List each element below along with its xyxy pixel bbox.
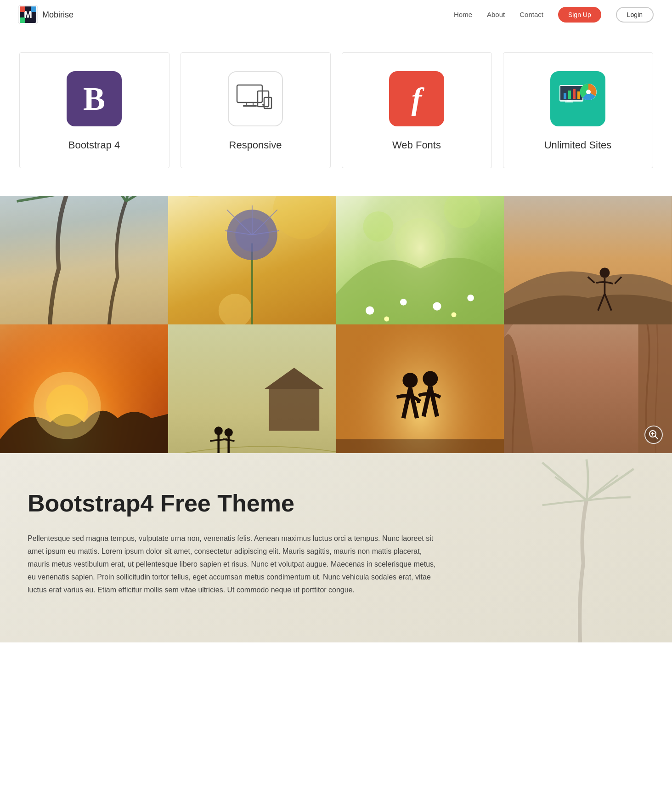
svg-rect-4 <box>31 6 36 12</box>
svg-point-38 <box>400 299 407 306</box>
feature-title-bootstrap: Bootstrap 4 <box>68 139 120 151</box>
photo-cell-4 <box>504 196 672 324</box>
photo-image-2 <box>168 196 336 324</box>
svg-rect-16 <box>568 91 571 99</box>
svg-point-43 <box>363 211 393 242</box>
svg-point-41 <box>384 317 389 322</box>
nav-item-login[interactable]: Login <box>616 7 654 23</box>
svg-point-40 <box>467 295 474 301</box>
svg-rect-5 <box>20 17 25 23</box>
svg-rect-23 <box>0 196 168 324</box>
zoom-icon[interactable] <box>644 426 663 444</box>
svg-point-58 <box>423 371 438 386</box>
feature-title-responsive: Responsive <box>229 139 282 151</box>
svg-point-45 <box>395 218 446 269</box>
unlimited-icon-wrapper <box>550 71 605 126</box>
photo-cell-7 <box>336 324 504 453</box>
svg-point-26 <box>273 196 332 239</box>
svg-rect-7 <box>246 102 253 105</box>
svg-point-22 <box>586 90 591 94</box>
webfonts-f-icon: f <box>412 81 422 117</box>
svg-rect-19 <box>567 100 571 102</box>
photo-cell-5 <box>0 324 168 453</box>
content-heading: Bootstrap4 Free Theme <box>28 490 441 517</box>
content-section: Bootstrap4 Free Theme Pellentesque sed m… <box>0 453 672 642</box>
svg-point-57 <box>402 373 418 388</box>
svg-point-37 <box>366 307 374 315</box>
responsive-devices-icon <box>235 83 276 115</box>
bootstrap-b-icon: B <box>83 80 105 118</box>
photo-image-5 <box>0 324 168 453</box>
svg-rect-15 <box>564 93 566 99</box>
photo-cell-6 <box>168 324 336 453</box>
photo-image-4 <box>504 196 672 324</box>
responsive-icon-wrapper <box>228 71 283 126</box>
photo-image-7 <box>336 324 504 453</box>
features-section: B Bootstrap 4 Responsiv <box>0 29 672 196</box>
svg-rect-56 <box>336 324 504 453</box>
svg-point-25 <box>172 196 214 197</box>
nav-link-home[interactable]: Home <box>454 11 472 18</box>
svg-point-50 <box>46 385 88 426</box>
palm-decoration <box>488 453 672 642</box>
brand-name: Mobirise <box>42 10 73 20</box>
feature-card-responsive: Responsive <box>181 52 331 168</box>
mobirise-logo: M <box>18 5 38 24</box>
nav-link-contact[interactable]: Contact <box>520 11 543 18</box>
nav-item-about[interactable]: About <box>487 11 505 19</box>
photo-cell-8 <box>504 324 672 453</box>
unlimited-sites-icon <box>557 80 599 117</box>
svg-rect-18 <box>577 91 580 99</box>
photo-image-1 <box>0 196 168 324</box>
svg-rect-6 <box>237 85 262 102</box>
nav-link-about[interactable]: About <box>487 11 505 18</box>
photo-image-6 <box>168 324 336 453</box>
navbar: M Mobirise Home About Contact Sign Up Lo… <box>0 0 672 29</box>
svg-rect-52 <box>269 389 319 431</box>
nav-item-contact[interactable]: Contact <box>520 11 543 19</box>
feature-title-webfonts: Web Fonts <box>392 139 441 151</box>
svg-rect-20 <box>565 102 573 102</box>
login-button[interactable]: Login <box>616 7 654 23</box>
photo-grid <box>0 196 672 453</box>
svg-point-39 <box>433 302 441 310</box>
zoom-svg-icon <box>649 430 659 440</box>
svg-point-53 <box>214 426 222 435</box>
svg-rect-60 <box>336 439 504 453</box>
svg-point-27 <box>218 294 252 324</box>
svg-rect-3 <box>20 6 25 12</box>
svg-point-47 <box>600 267 610 278</box>
webfonts-icon-wrapper: f <box>389 71 444 126</box>
photo-cell-1 <box>0 196 168 324</box>
photo-image-3 <box>336 196 504 324</box>
feature-title-unlimited: Unlimited Sites <box>544 139 612 151</box>
signup-button[interactable]: Sign Up <box>558 7 601 23</box>
bootstrap-icon-wrapper: B <box>67 71 122 126</box>
content-inner: Bootstrap4 Free Theme Pellentesque sed m… <box>28 490 441 596</box>
brand-logo-link[interactable]: M Mobirise <box>18 5 73 24</box>
svg-point-12 <box>267 106 269 108</box>
feature-card-unlimited: Unlimited Sites <box>503 52 653 168</box>
features-grid: B Bootstrap 4 Responsiv <box>19 52 653 168</box>
photo-cell-3 <box>336 196 504 324</box>
svg-rect-17 <box>573 89 576 99</box>
svg-line-63 <box>655 437 658 439</box>
svg-rect-8 <box>243 105 257 107</box>
feature-card-webfonts: f Web Fonts <box>342 52 492 168</box>
svg-point-54 <box>224 428 232 437</box>
feature-card-bootstrap: B Bootstrap 4 <box>19 52 169 168</box>
nav-links: Home About Contact Sign Up Login <box>454 7 654 23</box>
svg-point-42 <box>451 312 456 317</box>
content-body: Pellentesque sed magna tempus, vulputate… <box>28 532 441 596</box>
photo-cell-2 <box>168 196 336 324</box>
nav-item-home[interactable]: Home <box>454 11 472 19</box>
nav-item-signup[interactable]: Sign Up <box>558 7 601 23</box>
